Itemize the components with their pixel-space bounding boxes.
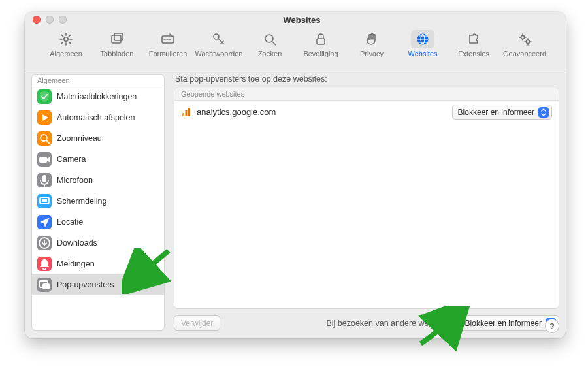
zoom-button[interactable] [59,16,67,24]
website-list: Geopende websites analytics.google.com B… [174,88,559,309]
puzzle-icon [462,30,485,48]
sidebar-item-label: Zoomniveau [57,134,102,143]
titlebar: Websites [25,12,566,27]
form-icon [156,30,180,48]
preferences-window: Websites Algemeen Tabbladen Formulieren … [25,12,566,338]
sidebar: Algemeen Materiaalblokkeringen Automatis… [31,74,165,331]
svg-rect-17 [42,283,50,289]
svg-rect-6 [317,39,325,44]
pane-heading: Sta pop-upvensters toe op deze websites: [175,74,559,84]
svg-rect-19 [186,110,188,116]
mic-icon [37,173,52,187]
tab-label: Extensies [458,50,489,57]
tab-beveiliging[interactable]: Beveiliging [297,30,345,57]
screen-icon [37,194,52,208]
sidebar-group-label: Algemeen [32,75,164,86]
tab-label: Geavanceerd [503,50,546,57]
tab-websites[interactable]: Websites [399,30,447,57]
svg-rect-20 [188,108,190,116]
tab-label: Wachtwoorden [195,50,243,57]
sidebar-item-label: Downloads [57,238,97,248]
tab-label: Formulieren [149,50,188,57]
svg-point-9 [526,40,529,43]
delete-button[interactable]: Verwijder [174,315,220,331]
gears-icon [513,30,536,48]
footer: Verwijder Bij bezoeken van andere websit… [174,315,559,331]
main-pane: Sta pop-upvensters toe op deze websites:… [174,74,559,331]
list-section-header: Geopende websites [174,88,559,101]
sidebar-item-camera[interactable]: Camera [32,149,164,170]
svg-point-5 [265,35,273,42]
window-controls [33,16,67,24]
sidebar-item-screen[interactable]: Schermdeling [32,191,164,212]
popup-icon [37,278,52,292]
sidebar-item-down[interactable]: Downloads [32,233,164,253]
tab-label: Tabbladen [101,50,134,57]
help-button[interactable]: ? [545,319,559,333]
sidebar-item-label: Schermdeling [57,197,106,206]
svg-rect-14 [42,199,47,202]
svg-rect-18 [182,113,184,116]
other-sites-label: Bij bezoeken van andere websites: [326,319,452,328]
gear-icon [54,30,78,48]
sidebar-item-bell[interactable]: Meldingen [32,253,164,274]
shield-icon [37,89,52,104]
svg-point-0 [64,37,68,41]
toolbar: Algemeen Tabbladen Formulieren Wachtwoor… [25,27,566,71]
zoom-icon [37,131,52,146]
other-sites-select[interactable]: Blokkeer en informeer [459,315,559,331]
sidebar-item-shield[interactable]: Materiaalblokkeringen [32,86,164,107]
website-setting-select[interactable]: Blokkeer en informeer [452,105,552,120]
sidebar-item-label: Automatisch afspelen [57,113,135,122]
minimize-button[interactable] [46,16,54,24]
sidebar-item-popup[interactable]: Pop-upvensters [32,274,164,295]
tab-label: Algemeen [50,50,82,57]
svg-rect-11 [39,157,47,163]
sidebar-item-label: Locatie [57,218,83,227]
tab-geavanceerd[interactable]: Geavanceerd [500,30,549,57]
play-icon [37,110,52,125]
loc-icon [37,215,52,229]
sidebar-item-loc[interactable]: Locatie [32,212,164,233]
camera-icon [37,152,52,167]
globe-icon [411,30,434,48]
website-domain: analytics.google.com [197,107,447,117]
tab-label: Websites [408,50,437,57]
tab-wachtwoorden[interactable]: Wachtwoorden [195,30,243,57]
close-button[interactable] [33,16,41,24]
sidebar-item-label: Pop-upvensters [57,280,114,289]
chevron-updown-icon [538,107,549,118]
hand-icon [360,30,384,48]
tab-label: Beveiliging [303,50,338,57]
sidebar-item-zoom[interactable]: Zoomniveau [32,128,164,149]
tab-privacy[interactable]: Privacy [348,30,396,57]
tab-algemeen[interactable]: Algemeen [42,30,90,57]
sidebar-list: Materiaalblokkeringen Automatisch afspel… [32,86,164,330]
sidebar-item-mic[interactable]: Microfoon [32,170,164,191]
tab-label: Privacy [360,50,384,57]
bell-icon [37,257,52,271]
down-icon [37,236,52,250]
tab-extensies[interactable]: Extensies [449,30,498,57]
svg-rect-12 [42,175,46,182]
website-row[interactable]: analytics.google.com Blokkeer en informe… [174,101,559,123]
window-title: Websites [67,15,537,25]
sidebar-item-label: Materiaalblokkeringen [57,92,137,101]
search-icon [258,30,282,48]
lock-icon [309,30,333,48]
key-icon [207,30,231,48]
sidebar-item-play[interactable]: Automatisch afspelen [32,107,164,128]
tab-tabbladen[interactable]: Tabbladen [93,30,141,57]
svg-rect-1 [112,35,121,43]
favicon-icon [181,107,191,118]
other-sites-select-value: Blokkeer en informeer [465,319,542,328]
sidebar-item-label: Meldingen [57,259,95,268]
tab-label: Zoeken [258,50,282,57]
tabs-icon [105,30,129,48]
svg-rect-2 [114,33,123,40]
svg-point-8 [521,35,524,39]
sidebar-item-label: Microfoon [57,176,93,185]
tab-formulieren[interactable]: Formulieren [144,30,192,57]
website-setting-value: Blokkeer en informeer [458,108,534,117]
tab-zoeken[interactable]: Zoeken [246,30,294,57]
